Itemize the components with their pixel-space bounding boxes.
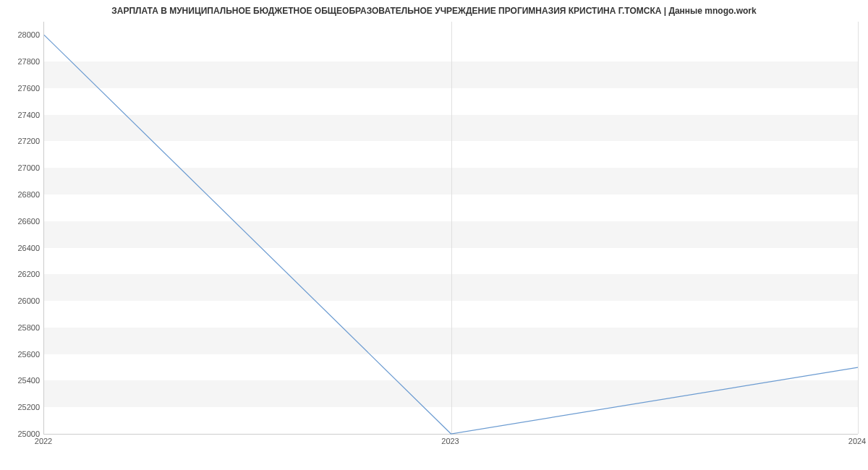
y-tick-label: 26400 — [4, 244, 40, 252]
y-tick-label: 27000 — [4, 163, 40, 172]
x-tick-label: 2022 — [35, 437, 52, 445]
data-line-layer — [44, 22, 858, 434]
chart-title: ЗАРПЛАТА В МУНИЦИПАЛЬНОЕ БЮДЖЕТНОЕ ОБЩЕО… — [0, 0, 868, 19]
y-tick-label: 25400 — [4, 376, 40, 385]
y-tick-label: 26600 — [4, 217, 40, 226]
y-tick-label: 26800 — [4, 190, 40, 199]
y-tick-label: 28000 — [4, 30, 40, 39]
y-tick-label: 25800 — [4, 323, 40, 332]
y-tick-label: 25200 — [4, 403, 40, 411]
y-tick-label: 27200 — [4, 137, 40, 145]
plot-area — [43, 22, 858, 435]
y-tick-label: 27600 — [4, 84, 40, 93]
x-tick-label: 2023 — [441, 437, 459, 445]
y-tick-label: 25600 — [4, 350, 40, 359]
chart-container: ЗАРПЛАТА В МУНИЦИПАЛЬНОЕ БЮДЖЕТНОЕ ОБЩЕО… — [0, 0, 868, 470]
y-tick-label: 26000 — [4, 296, 40, 305]
grid-line-v — [858, 22, 859, 434]
x-tick-label: 2024 — [848, 437, 866, 445]
data-line — [44, 35, 858, 434]
y-tick-label: 27800 — [4, 57, 40, 66]
y-tick-label: 26200 — [4, 270, 40, 278]
y-tick-label: 27400 — [4, 111, 40, 119]
